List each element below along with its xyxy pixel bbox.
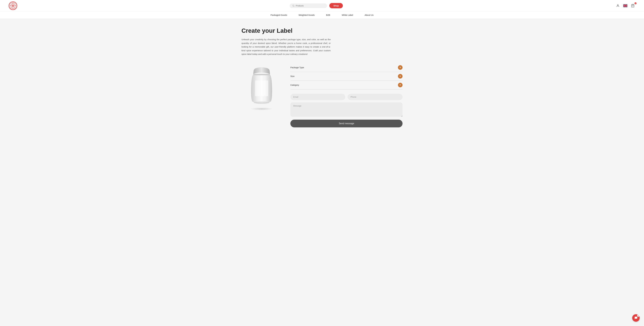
- chevron-down-icon-3: [400, 85, 401, 85]
- search-icon: [292, 4, 294, 7]
- chevron-down-icon-2: [400, 76, 401, 77]
- contact-inputs: [290, 94, 402, 100]
- nav-about-us[interactable]: About Us: [364, 14, 374, 16]
- package-type-label: Package Type: [290, 66, 304, 69]
- search-input[interactable]: [296, 4, 324, 7]
- logo-svg: SALDVA FLAVOURS AND SPICES: [9, 2, 17, 10]
- svg-point-8: [14, 5, 16, 6]
- header-actions: 1: [615, 3, 635, 8]
- page-description: Unleash your creativity by choosing the …: [242, 38, 331, 56]
- account-button[interactable]: [615, 3, 620, 8]
- svg-rect-29: [255, 80, 268, 96]
- message-textarea[interactable]: [290, 102, 402, 117]
- logo[interactable]: SALDVA FLAVOURS AND SPICES: [9, 1, 17, 10]
- cart-button[interactable]: 1: [630, 3, 635, 8]
- product-image-area: [242, 63, 282, 110]
- package-type-dropdown[interactable]: Package Type: [290, 63, 402, 72]
- uk-flag-icon: [623, 4, 627, 7]
- header: SALDVA FLAVOURS AND SPICES Shop: [0, 0, 644, 11]
- svg-point-32: [254, 102, 270, 104]
- size-dropdown[interactable]: Size: [290, 72, 402, 81]
- page-title: Create your Label: [242, 27, 402, 34]
- package-type-chevron[interactable]: [398, 65, 402, 70]
- category-label: Category: [290, 84, 299, 86]
- category-dropdown[interactable]: Category: [290, 81, 402, 89]
- size-chevron[interactable]: [398, 74, 402, 79]
- size-label: Size: [290, 75, 294, 77]
- user-icon: [616, 4, 620, 7]
- pouch-shadow: [250, 107, 273, 110]
- svg-rect-26: [623, 5, 627, 6]
- send-message-button[interactable]: Send message: [290, 120, 402, 127]
- nav-b2b[interactable]: B2B: [326, 14, 330, 16]
- cart-icon: [631, 4, 634, 7]
- nav-weighted-goods[interactable]: Weighted Goods: [298, 14, 314, 16]
- svg-text:SALDVA: SALDVA: [12, 2, 14, 3]
- main-nav: Packaged Goods Weighted Goods B2B White …: [0, 11, 644, 19]
- nav-white-label[interactable]: White Label: [342, 14, 353, 16]
- shop-button[interactable]: Shop: [329, 3, 343, 8]
- cart-badge: 1: [634, 2, 636, 4]
- logo-circle: SALDVA FLAVOURS AND SPICES: [9, 1, 17, 10]
- language-button[interactable]: [623, 3, 628, 8]
- pouch-image: [246, 66, 278, 106]
- main-content: Create your Label Unleash your creativit…: [236, 19, 408, 136]
- svg-point-7: [10, 5, 12, 6]
- chevron-down-icon: [400, 67, 401, 68]
- nav-packaged-goods[interactable]: Packaged Goods: [270, 14, 287, 16]
- svg-line-16: [294, 6, 294, 7]
- svg-rect-28: [253, 74, 270, 75]
- label-creator-section: Package Type Size Category: [242, 63, 402, 127]
- label-form: Package Type Size Category: [290, 63, 402, 127]
- svg-point-4: [12, 5, 13, 6]
- svg-point-17: [617, 4, 618, 6]
- svg-text:FLAVOURS AND SPICES: FLAVOURS AND SPICES: [10, 8, 16, 9]
- email-input[interactable]: [290, 94, 345, 100]
- search-bar[interactable]: [290, 3, 327, 8]
- svg-point-15: [293, 5, 294, 6]
- category-chevron[interactable]: [398, 83, 402, 87]
- phone-input[interactable]: [348, 94, 402, 100]
